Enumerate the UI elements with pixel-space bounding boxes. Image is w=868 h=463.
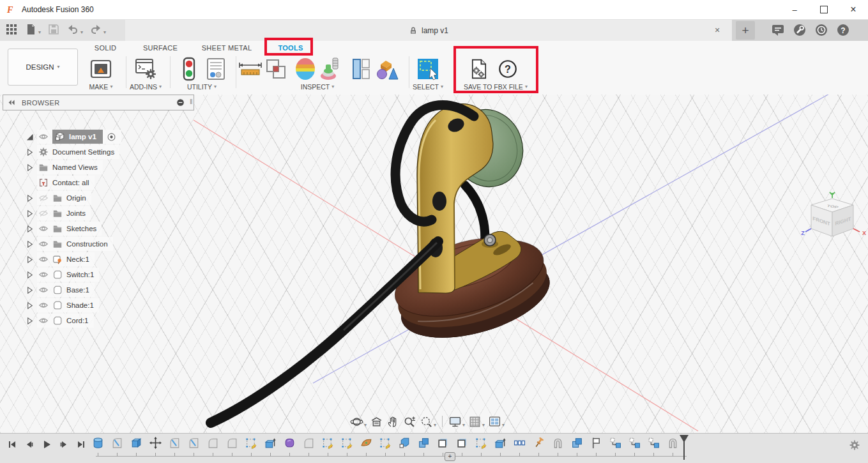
ribbon-tab-surface[interactable]: SURFACE — [141, 43, 180, 53]
timeline-feature-combine[interactable] — [417, 436, 430, 452]
nav-fit-button[interactable]: ▾ — [420, 415, 436, 429]
browser-item-base-1[interactable]: Base:1 — [3, 283, 194, 297]
browser-item-shade-1[interactable]: Shade:1 — [3, 298, 194, 312]
group-label-add-ins[interactable]: ADD-INS▾ — [130, 83, 162, 91]
minimize-button[interactable]: – — [780, 0, 809, 19]
ribbon-tab-sheet-metal[interactable]: SHEET METAL — [199, 43, 255, 53]
draft-analysis-tool-button[interactable] — [318, 56, 344, 84]
section-analysis-tool-button[interactable] — [348, 56, 374, 84]
ribbon-tab-tools[interactable]: TOOLS — [275, 43, 305, 53]
expander-collapsed-icon[interactable] — [26, 239, 34, 251]
skip-to-start-button[interactable] — [5, 437, 19, 452]
timeline-feature-copy-body[interactable] — [647, 436, 660, 452]
timeline-settings-gear-icon[interactable] — [849, 439, 860, 451]
group-label-save-to-fbx-file[interactable]: SAVE TO FBX FILE▾ — [464, 83, 528, 91]
play-button[interactable] — [40, 437, 54, 452]
close-button[interactable]: × — [839, 0, 868, 19]
nav-look-at-button[interactable] — [370, 415, 383, 429]
group-label-inspect[interactable]: INSPECT▾ — [301, 83, 335, 91]
eye-icon[interactable] — [38, 300, 49, 310]
timeline-feature-boundary-fill[interactable] — [455, 436, 469, 452]
eye-icon[interactable] — [38, 254, 49, 264]
help-question-tool-button[interactable]: ? — [497, 58, 519, 82]
expander-collapsed-icon[interactable] — [26, 270, 34, 282]
expander-collapsed-icon[interactable] — [26, 194, 34, 205]
chat-button[interactable] — [771, 23, 785, 40]
nav-orbit-button[interactable]: ▾ — [350, 415, 367, 429]
hide-all-icon[interactable] — [176, 98, 185, 107]
measure-tool-button[interactable] — [238, 56, 263, 84]
nav-pan-button[interactable] — [386, 415, 400, 429]
timeline-feature-copy-body[interactable] — [628, 436, 641, 452]
lamp-model[interactable] — [211, 100, 558, 423]
eye-icon[interactable] — [38, 132, 49, 142]
expander-collapsed-icon[interactable] — [26, 316, 34, 328]
expander-collapsed-icon[interactable] — [26, 163, 34, 174]
close-tab-button[interactable]: × — [712, 24, 723, 36]
collapse-panel-icon[interactable] — [8, 98, 16, 107]
addins-tool-button[interactable] — [133, 56, 158, 84]
timeline-feature-sketch-edit[interactable] — [475, 436, 488, 452]
browser-item-cord-1[interactable]: Cord:1 — [3, 314, 194, 328]
eye-off-icon[interactable] — [38, 208, 49, 218]
timeline-feature-sketch-edit[interactable] — [245, 436, 258, 452]
timeline-feature-boundary-fill[interactable] — [436, 436, 450, 452]
app-grid-button[interactable] — [5, 23, 18, 36]
eye-icon[interactable] — [38, 239, 49, 249]
eye-off-icon[interactable] — [38, 193, 49, 203]
expander-collapsed-icon[interactable] — [26, 209, 34, 220]
save-button[interactable] — [47, 23, 60, 36]
wrench-circle-button[interactable] — [793, 23, 807, 40]
nav-grid-settings-button[interactable]: ▾ — [468, 415, 485, 429]
view-cube[interactable]: TOP FRONT RIGHT Z X — [798, 192, 868, 253]
maximize-button[interactable] — [809, 0, 839, 19]
timeline-feature-fillet[interactable] — [225, 436, 239, 452]
timeline-feature-sketch[interactable] — [187, 436, 201, 452]
document-tab[interactable]: lamp v1 × — [125, 20, 732, 41]
file-new-button[interactable]: ▾ — [24, 23, 41, 36]
eye-icon[interactable] — [38, 269, 49, 280]
timeline-feature-move[interactable] — [149, 436, 162, 452]
browser-item-sketches[interactable]: Sketches — [3, 222, 194, 236]
expander-collapsed-icon[interactable] — [26, 224, 34, 236]
radio-active-icon[interactable] — [107, 132, 116, 142]
timeline-feature-shell[interactable] — [666, 436, 680, 452]
redo-button[interactable]: ▾ — [89, 23, 106, 36]
parameters-tool-button[interactable] — [203, 56, 229, 84]
expander-collapsed-icon[interactable] — [26, 285, 34, 297]
select-window-tool-button[interactable] — [415, 56, 441, 84]
timeline-feature-fillet[interactable] — [302, 436, 316, 452]
timeline-feature-copy-body[interactable] — [609, 436, 622, 452]
browser-header[interactable]: BROWSER ‖ — [3, 95, 194, 110]
group-label-make[interactable]: MAKE▾ — [89, 83, 113, 91]
ribbon-tab-solid[interactable]: SOLID — [92, 43, 119, 53]
timeline-feature-combine[interactable] — [570, 436, 584, 452]
expander-collapsed-icon[interactable] — [26, 148, 34, 159]
timeline-feature-press-pull[interactable] — [494, 436, 507, 452]
skip-to-end-button[interactable] — [74, 437, 88, 452]
timeline-expand-button[interactable]: + — [445, 452, 455, 461]
browser-item-contact-all[interactable]: Contact: all — [3, 176, 194, 190]
timeline-feature-form[interactable] — [360, 436, 373, 452]
expander-collapsed-icon[interactable] — [26, 301, 34, 312]
clock-circle-button[interactable] — [814, 23, 828, 40]
browser-item-lamp-v1[interactable]: lamp v1 — [3, 130, 194, 144]
timeline-feature-press-pull[interactable] — [264, 436, 277, 452]
timeline-feature-split-body[interactable] — [398, 436, 411, 452]
timeline-feature-pin[interactable] — [532, 436, 545, 452]
traffic-light-tool-button[interactable] — [176, 56, 202, 84]
step-back-button[interactable] — [22, 437, 36, 452]
timeline-feature-box-primitive[interactable] — [130, 436, 143, 452]
timeline-feature-fillet[interactable] — [206, 436, 220, 452]
timeline-feature-sketch[interactable] — [110, 436, 124, 452]
timeline-feature-sketch-edit[interactable] — [379, 436, 392, 452]
step-forward-button[interactable] — [57, 437, 71, 452]
group-label-select[interactable]: SELECT▾ — [413, 83, 443, 91]
browser-item-neck-1[interactable]: Neck:1 — [3, 252, 194, 266]
timeline-feature-sketch[interactable] — [168, 436, 181, 452]
workspace-selector[interactable]: DESIGN ▾ — [8, 49, 78, 86]
3d-viewport[interactable]: BROWSER ‖ lamp v1Document SettingsNamed … — [0, 95, 868, 433]
timeline-feature-cylinder-primitive[interactable] — [91, 436, 105, 452]
nav-display-settings-button[interactable]: ▾ — [448, 415, 465, 429]
expander-expanded-icon[interactable] — [26, 132, 34, 144]
